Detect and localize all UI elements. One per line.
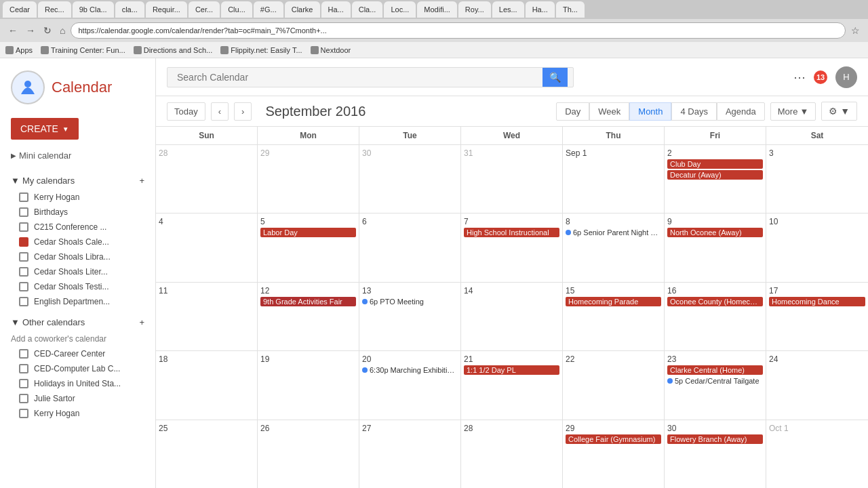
settings-button[interactable]: ⚙ ▼: [821, 102, 857, 121]
sidebar-item-cedar-shoals-test[interactable]: Cedar Shoals Testi...: [0, 279, 155, 294]
tab[interactable]: Clarke: [285, 1, 320, 18]
event-high-school-instructional[interactable]: High School Instructional: [464, 228, 559, 237]
tab[interactable]: Cer...: [189, 1, 220, 18]
cal-day[interactable]: 30 Flowery Branch (Away): [665, 420, 766, 488]
add-calendar-icon[interactable]: +: [139, 176, 144, 186]
cal-day[interactable]: 2 Club Day Decatur (Away): [665, 145, 766, 213]
cal-day[interactable]: 23 Clarke Central (Home) 5p Cedar/Centra…: [665, 351, 766, 419]
my-calendars-header[interactable]: ▼ My calendars +: [0, 171, 155, 190]
notification-badge[interactable]: 13: [814, 70, 827, 84]
calendar-checkbox[interactable]: [19, 222, 28, 232]
tab[interactable]: Rec...: [38, 1, 71, 18]
cal-day[interactable]: 17 Homecoming Dance: [766, 283, 868, 350]
event-9th-grade-fair[interactable]: 9th Grade Activities Fair: [260, 297, 356, 306]
tab[interactable]: Cla...: [352, 1, 383, 18]
calendar-checkbox-checked[interactable]: [19, 237, 28, 247]
tab[interactable]: Roy...: [458, 1, 491, 18]
cal-day[interactable]: 30: [359, 145, 461, 213]
cal-day[interactable]: 6: [359, 214, 461, 281]
event-pto-meeting[interactable]: 6p PTO Meeting: [362, 297, 458, 306]
other-calendars-header[interactable]: ▼ Other calendars +: [0, 313, 155, 331]
cal-day[interactable]: 22: [563, 351, 665, 419]
sidebar-item-birthdays[interactable]: Birthdays: [0, 205, 155, 220]
cal-day[interactable]: 12 9th Grade Activities Fair: [258, 283, 359, 350]
cal-day[interactable]: 24: [766, 351, 868, 419]
forward-button[interactable]: →: [23, 24, 38, 37]
view-agenda-button[interactable]: Agenda: [717, 102, 765, 121]
calendar-checkbox[interactable]: [19, 252, 28, 262]
back-button[interactable]: ←: [5, 24, 20, 37]
event-club-day[interactable]: Club Day: [667, 159, 763, 169]
cal-day[interactable]: 9 North Oconee (Away): [665, 214, 766, 281]
add-other-calendar-icon[interactable]: +: [139, 317, 144, 327]
sidebar-item-julie-sartor[interactable]: Julie Sartor: [0, 391, 155, 406]
cal-day[interactable]: 14: [461, 283, 563, 350]
tab[interactable]: 9b Cla...: [73, 1, 114, 18]
bookmark-apps[interactable]: Apps: [5, 46, 33, 54]
event-college-fair[interactable]: College Fair (Gymnasium): [566, 434, 661, 444]
today-button[interactable]: Today: [167, 102, 205, 121]
cal-day[interactable]: 11: [156, 283, 258, 350]
event-senior-parent-night[interactable]: 6p Senior Parent Night (The...: [566, 228, 661, 237]
avatar[interactable]: H: [835, 66, 857, 88]
event-homecoming-parade[interactable]: Homecoming Parade: [566, 297, 661, 306]
sidebar-item-cedar-shoals-lib[interactable]: Cedar Shoals Libra...: [0, 249, 155, 264]
tab[interactable]: Cedar: [3, 1, 37, 18]
cal-day[interactable]: 19: [258, 351, 359, 419]
sidebar-item-cedar-shoals-cal[interactable]: Cedar Shoals Cale...: [0, 235, 155, 249]
tab[interactable]: cla...: [115, 1, 144, 18]
calendar-checkbox[interactable]: [19, 394, 28, 403]
cal-day[interactable]: 13 6p PTO Meeting: [359, 283, 461, 350]
view-4days-button[interactable]: 4 Days: [671, 102, 716, 121]
event-decatur[interactable]: Decatur (Away): [667, 170, 763, 180]
add-coworker-input[interactable]: [11, 334, 144, 344]
event-tailgate[interactable]: 5p Cedar/Central Tailgate: [667, 376, 763, 386]
bookmark-nextdoor[interactable]: Nextdoor: [311, 46, 351, 54]
cal-day[interactable]: Sep 1: [563, 145, 665, 213]
bookmark-directions[interactable]: Directions and Sch...: [134, 46, 213, 54]
bookmark-training[interactable]: Training Center: Fun...: [41, 46, 125, 54]
cal-day[interactable]: 4: [156, 214, 258, 281]
cal-day[interactable]: 26: [258, 420, 359, 488]
event-marching-exhibition[interactable]: 6:30p Marching Exhibition: [362, 365, 458, 375]
sidebar-item-english-dept[interactable]: English Departmen...: [0, 294, 155, 309]
tab[interactable]: Les...: [492, 1, 524, 18]
calendar-checkbox[interactable]: [19, 364, 28, 373]
cal-day[interactable]: Oct 1: [766, 420, 868, 488]
event-north-oconee[interactable]: North Oconee (Away): [667, 228, 763, 237]
event-labor-day[interactable]: Labor Day: [260, 228, 356, 237]
bookmark-button[interactable]: ☆: [848, 24, 863, 37]
cal-day[interactable]: 25: [156, 420, 258, 488]
sidebar-item-holidays[interactable]: Holidays in United Sta...: [0, 376, 155, 391]
calendar-checkbox[interactable]: [19, 267, 28, 277]
tab[interactable]: Ha...: [321, 1, 351, 18]
view-week-button[interactable]: Week: [589, 102, 629, 121]
cal-day[interactable]: 7 High School Instructional: [461, 214, 563, 281]
calendar-checkbox[interactable]: [19, 282, 28, 291]
tab[interactable]: Loc...: [384, 1, 416, 18]
tab[interactable]: Requir...: [146, 1, 187, 18]
search-input[interactable]: [173, 68, 542, 87]
cal-day[interactable]: 27: [359, 420, 461, 488]
calendar-checkbox[interactable]: [19, 349, 28, 359]
calendar-checkbox[interactable]: [19, 297, 28, 306]
apps-grid-button[interactable]: ⋯: [793, 70, 806, 85]
cal-day[interactable]: 8 6p Senior Parent Night (The...: [563, 214, 665, 281]
cal-day[interactable]: 3: [766, 145, 868, 213]
event-oconee-county[interactable]: Oconee County (Homecon...: [667, 297, 763, 306]
cal-day[interactable]: 21 1:1 1/2 Day PL: [461, 351, 563, 419]
address-bar[interactable]: [71, 22, 846, 39]
tab[interactable]: Ha...: [526, 1, 555, 18]
prev-button[interactable]: ‹: [211, 102, 229, 121]
add-coworker-input-container[interactable]: [0, 331, 155, 346]
tab[interactable]: #G...: [254, 1, 283, 18]
cal-day[interactable]: 18: [156, 351, 258, 419]
cal-day[interactable]: 15 Homecoming Parade: [563, 283, 665, 350]
tab[interactable]: Modifi...: [417, 1, 457, 18]
calendar-checkbox[interactable]: [19, 192, 28, 202]
event-half-day-pl[interactable]: 1:1 1/2 Day PL: [464, 365, 559, 375]
reload-button[interactable]: ↻: [41, 24, 54, 37]
bookmark-flippity[interactable]: Flippity.net: Easily T...: [220, 46, 302, 54]
tab[interactable]: Clu...: [221, 1, 252, 18]
cal-day[interactable]: 28: [156, 145, 258, 213]
